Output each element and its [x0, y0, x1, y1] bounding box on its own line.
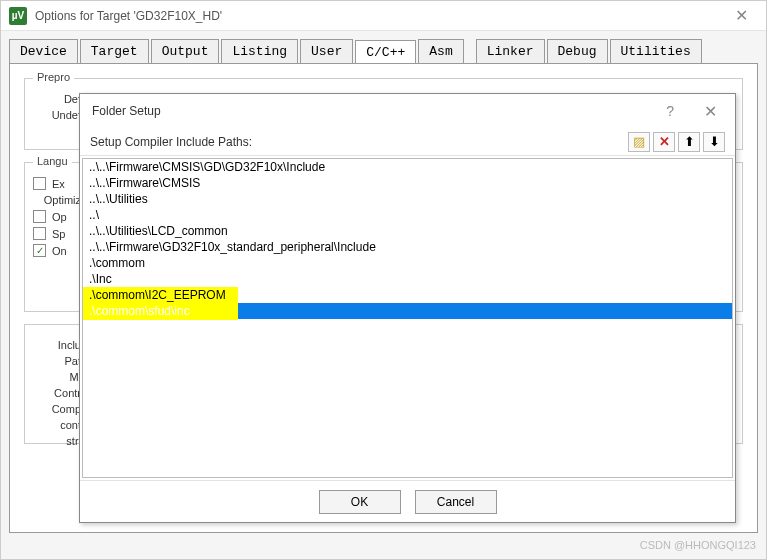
dialog-title: Folder Setup — [92, 104, 161, 118]
cancel-button[interactable]: Cancel — [415, 490, 497, 514]
list-item[interactable]: ..\..\Utilities — [83, 191, 732, 207]
list-item[interactable]: .\Inc — [83, 271, 732, 287]
cont-label: cont — [33, 419, 81, 431]
titlebar: µV Options for Target 'GD32F10X_HD' ✕ — [1, 1, 766, 31]
folder-setup-dialog: Folder Setup ? ✕ Setup Compiler Include … — [79, 93, 736, 523]
include-paths-label: Setup Compiler Include Paths: — [90, 135, 625, 149]
ex-checkbox[interactable] — [33, 177, 46, 190]
list-item-selected[interactable]: .\commom\sfud\inc — [83, 303, 732, 319]
ex-label: Ex — [52, 178, 65, 190]
on-checkbox[interactable] — [33, 244, 46, 257]
close-icon[interactable]: ✕ — [725, 6, 758, 25]
dialog-buttons: OK Cancel — [80, 480, 735, 522]
tab-user[interactable]: User — [300, 39, 353, 63]
define-label: Def — [33, 93, 81, 105]
sp-label: Sp — [52, 228, 65, 240]
tab-target[interactable]: Target — [80, 39, 149, 63]
contr-label: Contr — [33, 387, 81, 399]
op-label: Op — [52, 211, 67, 223]
tab-listing[interactable]: Listing — [221, 39, 298, 63]
tab-asm[interactable]: Asm — [418, 39, 463, 63]
undef-label: Undef — [33, 109, 81, 121]
list-item[interactable]: .\commom\I2C_EEPROM — [83, 287, 732, 303]
help-icon[interactable]: ? — [666, 103, 674, 119]
window-title: Options for Target 'GD32F10X_HD' — [35, 9, 725, 23]
new-item-icon[interactable]: ▨ — [628, 132, 650, 152]
mi-label: Mi — [33, 371, 81, 383]
move-down-icon[interactable]: ⬇ — [703, 132, 725, 152]
tab-linker[interactable]: Linker — [476, 39, 545, 63]
move-up-icon[interactable]: ⬆ — [678, 132, 700, 152]
watermark: CSDN @HHONGQI123 — [640, 539, 756, 551]
list-item[interactable]: ..\ — [83, 207, 732, 223]
delete-item-icon[interactable]: ✕ — [653, 132, 675, 152]
pat-label: Pat — [33, 355, 81, 367]
lang-group-label: Langu — [33, 155, 72, 167]
tab-ccpp[interactable]: C/C++ — [355, 40, 416, 64]
op-checkbox[interactable] — [33, 210, 46, 223]
tab-output[interactable]: Output — [151, 39, 220, 63]
stri-label: stri — [33, 435, 81, 447]
comp-label: Comp — [33, 403, 81, 415]
dialog-titlebar: Folder Setup ? ✕ — [80, 94, 735, 128]
sp-checkbox[interactable] — [33, 227, 46, 240]
list-item[interactable]: ..\..\Firmware\CMSIS\GD\GD32F10x\Include — [83, 159, 732, 175]
tab-utilities[interactable]: Utilities — [610, 39, 702, 63]
options-window: µV Options for Target 'GD32F10X_HD' ✕ De… — [0, 0, 767, 560]
close-icon[interactable]: ✕ — [698, 102, 723, 121]
ok-button[interactable]: OK — [319, 490, 401, 514]
include-paths-label: Inclu — [33, 339, 81, 351]
prepro-group-label: Prepro — [33, 71, 74, 83]
app-icon: µV — [9, 7, 27, 25]
list-item[interactable]: ..\..\Utilities\LCD_common — [83, 223, 732, 239]
on-label: On — [52, 245, 67, 257]
list-item[interactable]: ..\..\Firmware\CMSIS — [83, 175, 732, 191]
list-item[interactable]: ..\..\Firmware\GD32F10x_standard_periphe… — [83, 239, 732, 255]
tab-device[interactable]: Device — [9, 39, 78, 63]
tab-debug[interactable]: Debug — [547, 39, 608, 63]
optim-label: Optimiz — [33, 194, 81, 206]
include-paths-list[interactable]: ..\..\Firmware\CMSIS\GD\GD32F10x\Include… — [82, 158, 733, 478]
tabbar: Device Target Output Listing User C/C++ … — [1, 31, 766, 63]
list-item[interactable]: .\commom — [83, 255, 732, 271]
